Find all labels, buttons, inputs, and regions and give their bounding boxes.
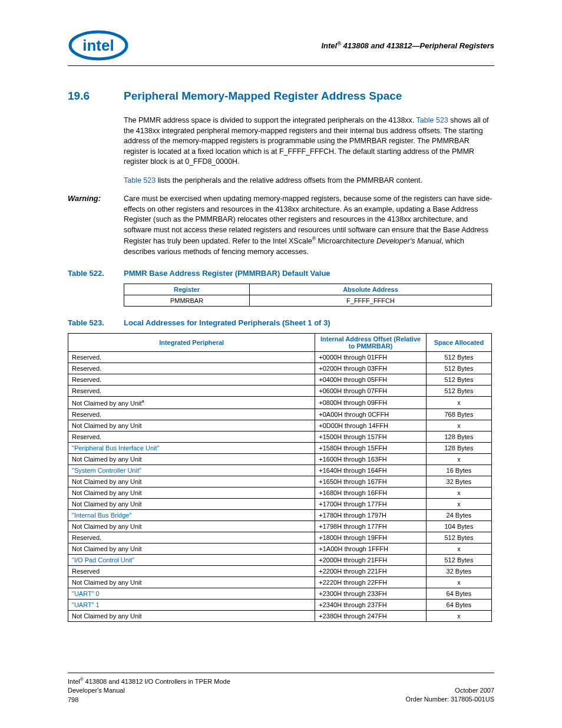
space-cell: x [426,610,491,621]
table-row: Reserved.+1800H through 19FFH512 Bytes [68,532,492,543]
table-row: Not Claimed by any Unit+2220H through 22… [68,577,492,588]
peripheral-cell: Not Claimed by any Unit [68,453,315,465]
offset-cell: +1800H through 19FFH [315,532,427,543]
space-cell: x [426,543,491,554]
offset-cell: +2220H through 22FFH [315,577,427,588]
peripheral-cell: Reserved. [68,386,315,397]
space-cell: 512 Bytes [426,363,491,374]
offset-cell: +1600H through 163FH [315,453,427,465]
peripheral-cell[interactable]: "I/O Pad Control Unit" [68,554,315,565]
table-523-caption: Table 523. Local Addresses for Integrate… [68,318,494,327]
table-row: Reserved.+0200H through 03FFH512 Bytes [68,363,492,374]
peripheral-cell: Not Claimed by any Unit [68,610,315,621]
space-cell: x [426,498,491,509]
peripheral-cell[interactable]: "UART" 0 [68,588,315,599]
space-cell: 768 Bytes [426,409,491,420]
t522-header-register: Register [124,284,250,295]
offset-cell: +0400H through 05FFH [315,374,427,386]
table-row: Not Claimed by any Unita+0800H through 0… [68,397,492,409]
footer-left: Intel® 413808 and 413812 I/O Controllers… [68,677,230,704]
paragraph-2: Table 523 lists the peripherals and the … [68,176,494,186]
footer-right: October 2007 Order Number: 317805-001US [406,677,494,704]
space-cell: 16 Bytes [426,465,491,476]
t523-header-offset: Internal Address Offset (Relative to PMM… [315,334,427,352]
t522-header-address: Absolute Address [250,284,492,295]
peripheral-cell: Reserved. [68,431,315,442]
offset-cell: +1500H through 157FH [315,431,427,442]
table-row: Not Claimed by any Unit+0D00H through 14… [68,420,492,431]
peripheral-cell: Reserved. [68,409,315,420]
peripheral-cell[interactable]: "Internal Bus Bridge" [68,509,315,521]
offset-cell: +0800H through 09FFH [315,397,427,409]
space-cell: 512 Bytes [426,386,491,397]
svg-text:intel: intel [82,37,114,54]
table-row: Reserved.+0A00H through 0CFFH768 Bytes [68,409,492,420]
section-title: Peripheral Memory-Mapped Register Addres… [124,90,402,103]
peripheral-cell: Not Claimed by any Unit [68,521,315,532]
table-row: Not Claimed by any Unit+2380H through 24… [68,610,492,621]
offset-cell: +2200H through 221FH [315,565,427,577]
peripheral-cell: Reserved. [68,363,315,374]
offset-cell: +1650H through 167FH [315,476,427,487]
space-cell: x [426,453,491,465]
table-row: "Peripheral Bus Interface Unit"+1580H th… [68,442,492,453]
offset-cell: +1680H through 16FFH [315,487,427,498]
space-cell: 64 Bytes [426,588,491,599]
peripheral-cell: Not Claimed by any Unit [68,543,315,554]
t523-header-peripheral: Integrated Peripheral [68,334,315,352]
space-cell: 32 Bytes [426,565,491,577]
offset-cell: +2000H through 21FFH [315,554,427,565]
peripheral-cell: Reserved [68,565,315,577]
space-cell: 32 Bytes [426,476,491,487]
paragraph-1: The PMMR address space is divided to sup… [68,116,494,167]
page-footer: Intel® 413808 and 413812 I/O Controllers… [68,673,494,704]
peripheral-cell: Reserved. [68,532,315,543]
offset-cell: +1700H through 177FH [315,498,427,509]
peripheral-cell: Not Claimed by any Unita [68,397,315,409]
offset-cell: +0D00H through 14FFH [315,420,427,431]
peripheral-cell: Not Claimed by any Unit [68,498,315,509]
space-cell: x [426,397,491,409]
space-cell: 128 Bytes [426,431,491,442]
offset-cell: +0A00H through 0CFFH [315,409,427,420]
table-row: Not Claimed by any Unit+1600H through 16… [68,453,492,465]
table-522: Register Absolute Address PMMRBAR F_FFFF… [124,284,492,307]
table-row: Not Claimed by any Unit+1798H through 17… [68,521,492,532]
intel-logo: intel [68,29,130,62]
peripheral-cell[interactable]: "System Controller Unit" [68,465,315,476]
peripheral-cell: Reserved. [68,374,315,386]
warning-label: Warning: [68,194,124,257]
table-row: Not Claimed by any Unit+1700H through 17… [68,498,492,509]
table-row: "UART" 1+2340H through 237FH64 Bytes [68,599,492,610]
section-number: 19.6 [68,90,124,103]
header-title: Intel® 413808 and 413812—Peripheral Regi… [321,41,494,50]
space-cell: x [426,487,491,498]
table-row: "System Controller Unit"+1640H through 1… [68,465,492,476]
table-row: Reserved.+0600H through 07FFH512 Bytes [68,386,492,397]
table-row: Reserved.+1500H through 157FH128 Bytes [68,431,492,442]
space-cell: 64 Bytes [426,599,491,610]
offset-cell: +1798H through 177FH [315,521,427,532]
space-cell: 24 Bytes [426,509,491,521]
table-row: "Internal Bus Bridge"+1780H through 1797… [68,509,492,521]
page: intel Intel® 413808 and 413812—Periphera… [0,0,562,728]
table-523-link[interactable]: Table 523 [416,116,448,124]
offset-cell: +0600H through 07FFH [315,386,427,397]
space-cell: 512 Bytes [426,352,491,363]
table-row: Not Claimed by any Unit+1680H through 16… [68,487,492,498]
offset-cell: +0200H through 03FFH [315,363,427,374]
table-row: Reserved.+0400H through 05FFH512 Bytes [68,374,492,386]
t523-header-space: Space Allocated [426,334,491,352]
table-row: Not Claimed by any Unit+1650H through 16… [68,476,492,487]
offset-cell: +1640H through 164FH [315,465,427,476]
page-header: intel Intel® 413808 and 413812—Periphera… [68,29,494,66]
warning-block: Warning: Care must be exercised when upd… [68,194,494,257]
table-row: PMMRBAR F_FFFF_FFFCH [124,295,492,307]
table-523-link[interactable]: Table 523 [124,176,156,185]
peripheral-cell: Not Claimed by any Unit [68,577,315,588]
peripheral-cell[interactable]: "UART" 1 [68,599,315,610]
table-row: Not Claimed by any Unit+1A00H through 1F… [68,543,492,554]
peripheral-cell[interactable]: "Peripheral Bus Interface Unit" [68,442,315,453]
offset-cell: +2300H through 233FH [315,588,427,599]
space-cell: 128 Bytes [426,442,491,453]
